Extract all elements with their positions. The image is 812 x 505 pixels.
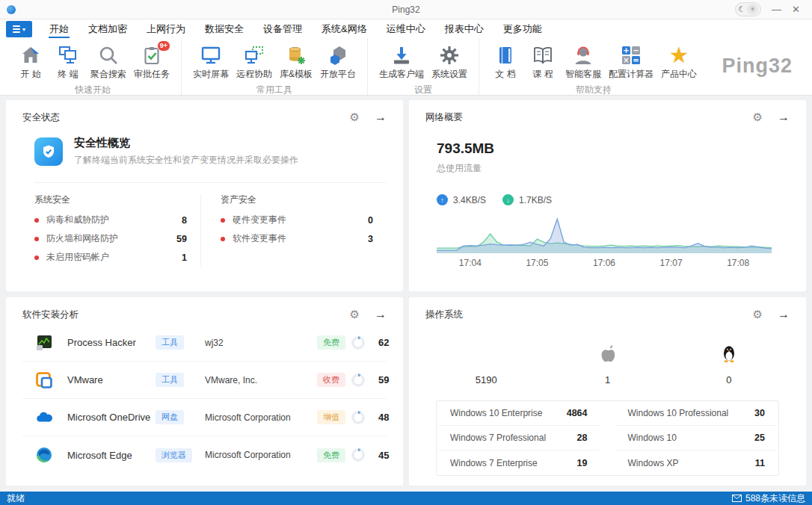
- card-title: 安全状态: [22, 111, 60, 124]
- card-settings-icon[interactable]: ⚙: [753, 111, 763, 124]
- platform-linux: 0: [668, 342, 790, 385]
- ribbon-item-realtime-screen[interactable]: 实时屏幕: [189, 42, 233, 81]
- svg-text:=: =: [633, 56, 639, 64]
- minimize-button[interactable]: —: [772, 4, 781, 14]
- category-badge: 工具: [156, 373, 184, 387]
- chart-tick: 17:08: [727, 258, 749, 268]
- onedrive-icon: [34, 408, 54, 427]
- calculator-icon: +−×=: [616, 43, 646, 67]
- chart-ticks: 17:0417:0517:0617:0717:08: [437, 258, 772, 270]
- card-settings-icon[interactable]: ⚙: [350, 308, 360, 321]
- upload-rate: ↑ 3.4KB/S: [437, 194, 486, 205]
- ribbon-brand-logo: Ping32: [722, 55, 793, 78]
- ribbon-group-label: 常用工具: [189, 81, 360, 97]
- chevron-down-icon: ▾: [22, 26, 25, 33]
- svg-text:+: +: [623, 46, 629, 55]
- vmware-icon: [34, 371, 54, 390]
- ribbon-item-library-templates[interactable]: 库&模板: [276, 42, 316, 81]
- open-platform-icon: [323, 43, 353, 67]
- table-row[interactable]: Microsoft Edge 浏览器 Microsoft Corporation…: [22, 436, 387, 474]
- ribbon-item-open-platform[interactable]: 开放平台: [316, 42, 360, 81]
- ribbon-item-approval-tasks[interactable]: 9+ 审批任务: [130, 42, 173, 81]
- alert-dot-icon: [34, 237, 39, 241]
- ribbon-group-help: 文 档 课 程 智能客服 +−×=: [479, 38, 708, 95]
- tab-ops-center[interactable]: 运维中心: [377, 19, 435, 38]
- search-icon: [93, 43, 123, 67]
- table-row: Windows 10 Enterprise4864: [438, 401, 600, 426]
- list-item[interactable]: 软件变更事件 3: [221, 229, 373, 248]
- ribbon-item-product-center[interactable]: ★ 产品中心: [657, 42, 701, 81]
- menu-bar: ▾ 开始 文档加密 上网行为 数据安全 设备管理 系统&网络 运维中心 报表中心…: [0, 19, 812, 38]
- chart-tick: 17:06: [593, 258, 615, 268]
- alert-dot-icon: [34, 218, 39, 223]
- install-gauge: [351, 374, 365, 387]
- table-row[interactable]: VMware 工具 VMware, Inc. 收费 59: [22, 362, 387, 399]
- svg-text:−: −: [633, 46, 639, 55]
- tab-web-behavior[interactable]: 上网行为: [137, 19, 195, 38]
- table-row[interactable]: Microsoft OneDrive 网盘 Microsoft Corporat…: [22, 399, 387, 436]
- security-overview-title: 安全性概览: [74, 136, 298, 150]
- security-shield-icon: [34, 137, 63, 166]
- list-item[interactable]: 未启用密码帐户 1: [34, 248, 187, 267]
- dashboard: 安全状态 ⚙ → 安全性概览 了解终端当前系统安全性和资产变更情况并采取必要操作…: [0, 96, 812, 492]
- ribbon-item-config-calculator[interactable]: +−×= 配置计算器: [605, 42, 657, 81]
- monitor-icon: [196, 43, 226, 67]
- ribbon-item-smart-support[interactable]: 智能客服: [562, 42, 605, 81]
- main-menu-button[interactable]: ▾: [6, 21, 32, 37]
- star-icon: ★: [664, 43, 694, 67]
- theme-toggle[interactable]: ☾ ☀: [735, 2, 761, 16]
- price-badge: 免费: [317, 335, 345, 350]
- card-open-arrow-icon[interactable]: →: [778, 111, 790, 124]
- ribbon-item-aggregate-search[interactable]: 聚合搜索: [87, 42, 130, 81]
- tab-doc-encryption[interactable]: 文档加密: [79, 19, 137, 38]
- sun-icon[interactable]: ☀: [747, 4, 758, 15]
- moon-icon[interactable]: ☾: [738, 4, 745, 14]
- unread-messages[interactable]: 588条未读信息: [732, 492, 805, 505]
- close-button[interactable]: ✕: [792, 4, 800, 14]
- gear-icon: [434, 43, 464, 67]
- tab-home[interactable]: 开始: [40, 19, 79, 38]
- table-row[interactable]: Process Hacker 工具 wj32 免费 62: [22, 324, 387, 362]
- card-open-arrow-icon[interactable]: →: [778, 308, 790, 321]
- tab-data-security[interactable]: 数据安全: [195, 19, 253, 38]
- list-item[interactable]: 病毒和威胁防护 8: [34, 211, 187, 229]
- price-badge: 收费: [317, 373, 345, 387]
- list-item[interactable]: 硬件变更事件 0: [221, 211, 373, 229]
- tab-system-network[interactable]: 系统&网络: [312, 19, 377, 38]
- price-badge: 免费: [317, 448, 345, 462]
- card-settings-icon[interactable]: ⚙: [350, 111, 360, 124]
- card-title: 操作系统: [425, 309, 463, 321]
- card-open-arrow-icon[interactable]: →: [375, 308, 387, 321]
- table-row: Windows 7 Professional28: [438, 426, 600, 450]
- ribbon-item-docs[interactable]: 文 档: [487, 42, 524, 81]
- ribbon-group-common-tools: 实时屏幕 远程协助 库&模板: [182, 38, 368, 95]
- price-badge: 增值: [317, 410, 345, 424]
- tab-device-mgmt[interactable]: 设备管理: [253, 19, 312, 38]
- ribbon-group-label: 帮助支持: [487, 81, 701, 97]
- table-row: Windows 10 Professional30: [616, 401, 778, 426]
- windows-logo-icon: [476, 342, 496, 365]
- security-overview-desc: 了解终端当前系统安全性和资产变更情况并采取必要操作: [74, 154, 298, 167]
- tab-more-features[interactable]: 更多功能: [493, 19, 552, 38]
- install-gauge: [351, 448, 365, 462]
- install-gauge: [351, 411, 365, 424]
- tab-report-center[interactable]: 报表中心: [435, 19, 493, 38]
- platform-windows: 5190: [425, 342, 547, 385]
- headset-agent-icon: [568, 43, 598, 67]
- card-open-arrow-icon[interactable]: →: [375, 111, 387, 124]
- book-icon: [490, 43, 520, 67]
- card-settings-icon[interactable]: ⚙: [753, 308, 763, 321]
- ribbon-item-system-settings[interactable]: 系统设置: [428, 42, 471, 81]
- ribbon-item-remote-assist[interactable]: 远程协助: [233, 42, 276, 81]
- ribbon-item-terminals[interactable]: 终 端: [49, 42, 87, 81]
- network-total-traffic: 793.5MB: [437, 140, 790, 157]
- ribbon-item-courses[interactable]: 课 程: [524, 42, 562, 81]
- approval-badge: 9+: [157, 40, 170, 52]
- platform-apple: 1: [547, 342, 668, 385]
- category-badge: 网盘: [156, 410, 184, 424]
- list-item[interactable]: 防火墙和网络防护 59: [34, 229, 187, 248]
- open-book-icon: [528, 43, 558, 67]
- ribbon-item-home[interactable]: 开 始: [12, 42, 49, 81]
- ribbon-group-label: 快速开始: [12, 81, 173, 97]
- ribbon-item-generate-client[interactable]: 生成客户端: [375, 42, 428, 81]
